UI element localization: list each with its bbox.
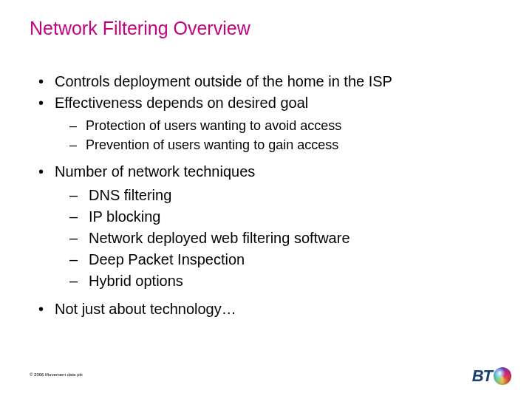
sub-bullet-item: DNS filtering: [69, 185, 502, 206]
bullet-text: Effectiveness depends on desired goal: [55, 95, 308, 111]
bt-logo: BT: [472, 366, 511, 386]
sub-bullet-item: Network deployed web filtering software: [69, 228, 502, 249]
bullet-list: Controls deployment outside of the home …: [30, 72, 502, 319]
bullet-item: Controls deployment outside of the home …: [35, 72, 502, 92]
bullet-item: Number of network techniques DNS filteri…: [35, 162, 502, 292]
bullet-text: Number of network techniques: [55, 163, 255, 180]
sub-bullet-item: IP blocking: [69, 206, 502, 228]
sub-bullet-list: Protection of users wanting to avoid acc…: [55, 116, 502, 154]
copyright-text: © 2006 Movement data plc: [30, 372, 83, 377]
bullet-item: Effectiveness depends on desired goal Pr…: [35, 93, 502, 154]
sub-bullet-item: Prevention of users wanting to gain acce…: [69, 135, 502, 154]
sub-bullet-item: Protection of users wanting to avoid acc…: [69, 116, 502, 135]
sub-bullet-list: DNS filtering IP blocking Network deploy…: [55, 185, 502, 292]
sub-bullet-item: Deep Packet Inspection: [69, 249, 502, 270]
bullet-item: Not just about technology…: [35, 299, 502, 319]
globe-icon: [494, 367, 511, 385]
slide-title: Network Filtering Overview: [30, 18, 502, 39]
sub-bullet-item: Hybrid options: [69, 270, 502, 292]
logo-text: BT: [472, 366, 492, 386]
